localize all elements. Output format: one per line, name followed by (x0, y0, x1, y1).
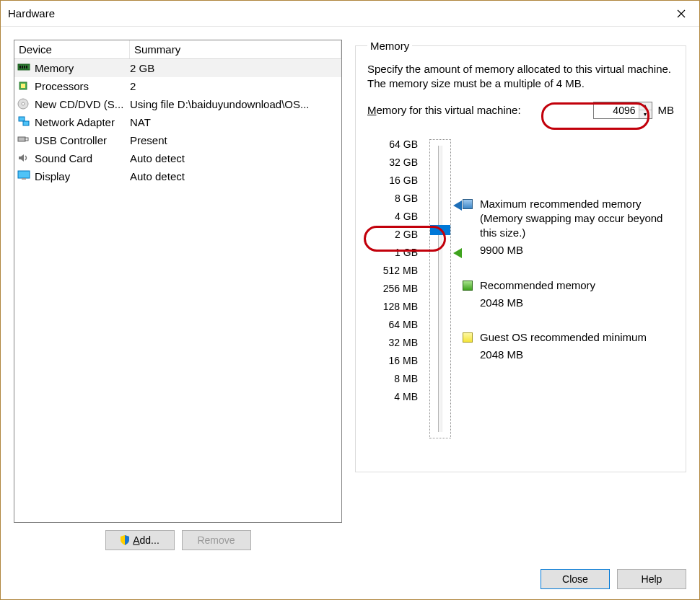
device-row-cpu[interactable]: Processors2 (14, 77, 341, 95)
window-close-button[interactable] (663, 1, 699, 27)
slider-tick: 8 GB (367, 193, 418, 211)
header-summary[interactable]: Summary (130, 40, 341, 58)
svg-rect-4 (26, 66, 27, 69)
sound-icon (17, 152, 32, 165)
memory-fieldset: Memory Specify the amount of memory allo… (355, 40, 686, 472)
device-name: Processors (35, 80, 130, 92)
right-panel: Memory Specify the amount of memory allo… (355, 40, 686, 559)
svg-rect-12 (25, 138, 28, 141)
slider-tick: 32 GB (367, 157, 418, 175)
device-summary: 2 GB (130, 62, 341, 74)
add-button[interactable]: Add... (105, 530, 175, 550)
guest-min-title: Guest OS recommended minimum (480, 330, 647, 345)
device-name: Sound Card (35, 152, 130, 164)
recommended-marker-icon (453, 248, 462, 258)
spinner-down[interactable]: ▼ (639, 110, 652, 118)
slider-tick-labels: 64 GB32 GB16 GB8 GB4 GB2 GB1 GB512 MB256… (367, 139, 418, 438)
slider-tick: 8 MB (367, 374, 418, 392)
device-name: Network Adapter (35, 116, 130, 128)
slider-tick: 16 MB (367, 356, 418, 374)
usb-icon (17, 134, 32, 147)
dialog-body: Device Summary Memory2 GBProcessors2New … (1, 27, 699, 559)
left-panel: Device Summary Memory2 GBProcessors2New … (14, 40, 342, 559)
slider-handle[interactable] (430, 225, 450, 235)
dialog-footer: Close Help (1, 559, 699, 599)
network-icon (17, 116, 32, 129)
remove-button: Remove (182, 530, 251, 550)
memory-info-column: Maximum recommended memory (Memory swapp… (463, 139, 674, 438)
spinner-up[interactable]: ▲ (639, 102, 652, 111)
slider-tick: 128 MB (367, 301, 418, 319)
close-icon (677, 9, 686, 18)
device-list: Device Summary Memory2 GBProcessors2New … (14, 40, 342, 523)
svg-point-8 (22, 102, 25, 105)
slider-tick: 16 GB (367, 175, 418, 193)
memory-legend: Memory (367, 40, 412, 52)
svg-rect-13 (18, 171, 30, 178)
slider-tick: 4 MB (367, 392, 418, 410)
svg-rect-14 (22, 178, 26, 180)
remove-button-label: Remove (197, 534, 235, 546)
window-title: Hardware (8, 7, 663, 19)
svg-rect-9 (19, 117, 25, 121)
device-summary: Using file D:\baiduyundownload\OS... (130, 98, 341, 110)
hardware-dialog: Hardware Device Summary Memory2 GBProces… (0, 0, 700, 600)
device-summary: Auto detect (130, 152, 341, 164)
device-list-header: Device Summary (14, 40, 341, 59)
device-row-usb[interactable]: USB ControllerPresent (14, 131, 341, 149)
help-button[interactable]: Help (617, 569, 686, 589)
slider-tick: 32 MB (367, 338, 418, 356)
memory-input-label: Memory for this virtual machine: (367, 104, 521, 116)
disc-icon (17, 98, 32, 111)
device-row-display[interactable]: DisplayAuto detect (14, 167, 341, 185)
svg-rect-3 (24, 66, 25, 69)
device-list-buttons: Add... Remove (14, 523, 342, 559)
device-name: Display (35, 170, 130, 182)
slider-tick: 64 GB (367, 139, 418, 157)
svg-rect-6 (21, 84, 25, 88)
cpu-icon (17, 80, 32, 93)
display-icon (17, 170, 32, 183)
max-recommended-swatch-icon (463, 199, 473, 209)
recommended-value: 2048 MB (480, 296, 595, 310)
memory-spinner[interactable]: ▲ ▼ (593, 102, 652, 119)
device-summary: NAT (130, 116, 341, 128)
slider-tick: 256 MB (367, 283, 418, 301)
max-recommended-value: 9900 MB (480, 243, 674, 257)
close-button[interactable]: Close (541, 569, 610, 589)
device-row-disc[interactable]: New CD/DVD (S...Using file D:\baiduyundo… (14, 95, 341, 113)
device-name: New CD/DVD (S... (35, 98, 130, 110)
max-recommended-title: Maximum recommended memory (480, 197, 674, 211)
max-recommended-marker-icon (453, 200, 462, 211)
device-row-network[interactable]: Network AdapterNAT (14, 113, 341, 131)
shield-icon (120, 535, 130, 545)
device-row-memory[interactable]: Memory2 GB (14, 59, 341, 77)
max-recommended-block: Maximum recommended memory (Memory swapp… (463, 197, 674, 258)
memory-input[interactable] (594, 102, 639, 118)
device-summary: Present (130, 134, 341, 146)
svg-rect-10 (23, 121, 29, 125)
header-device[interactable]: Device (14, 40, 130, 58)
device-row-sound[interactable]: Sound CardAuto detect (14, 149, 341, 167)
memory-slider-area: 64 GB32 GB16 GB8 GB4 GB2 GB1 GB512 MB256… (367, 139, 674, 438)
add-button-label: dd... (140, 534, 159, 546)
slider-tick: 2 GB (367, 229, 418, 247)
svg-rect-11 (18, 137, 25, 141)
slider-tick: 64 MB (367, 319, 418, 338)
recommended-title: Recommended memory (480, 278, 595, 293)
svg-rect-2 (22, 66, 23, 69)
slider-track (438, 146, 442, 432)
memory-slider[interactable] (429, 139, 451, 438)
svg-rect-1 (19, 66, 21, 69)
memory-icon (17, 62, 32, 75)
slider-tick: 512 MB (367, 265, 418, 283)
memory-input-row: Memory for this virtual machine: ▲ ▼ MB (367, 102, 674, 119)
device-summary: Auto detect (130, 170, 341, 182)
recommended-block: Recommended memory 2048 MB (463, 278, 674, 311)
recommended-swatch-icon (463, 281, 473, 291)
memory-description: Specify the amount of memory allocated t… (367, 62, 674, 92)
guest-min-value: 2048 MB (480, 348, 647, 362)
slider-tick: 1 GB (367, 247, 418, 265)
device-name: USB Controller (35, 134, 130, 146)
titlebar: Hardware (1, 1, 699, 27)
